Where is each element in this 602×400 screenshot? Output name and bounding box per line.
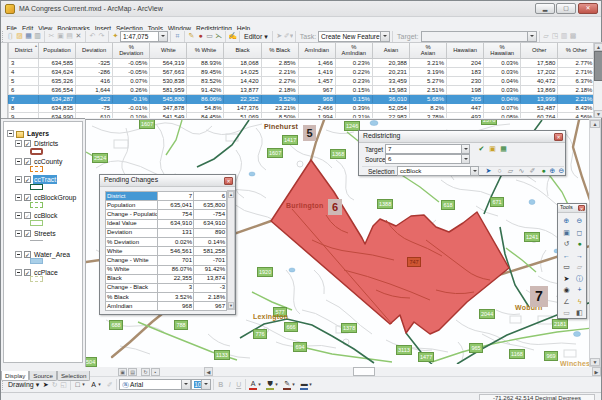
edit-tool-icon[interactable]: ➤ (275, 30, 284, 42)
toc-layer-cccounty[interactable]: ccCounty (12, 157, 82, 165)
table-row-district-8[interactable]: 8634,835-75-0.01%347,87854.8%147,37623.2… (9, 103, 595, 112)
layer-checkbox[interactable] (24, 230, 31, 237)
column-header-black[interactable]: Black (224, 43, 261, 58)
toc-tab-source[interactable]: Source (29, 371, 57, 381)
measure-icon[interactable]: ∠ (560, 296, 573, 308)
new-document-icon[interactable]: ▮ (6, 30, 15, 42)
line-color-icon[interactable]: ✎ (282, 379, 292, 391)
expand-icon[interactable] (15, 158, 22, 165)
column-header-amindian[interactable]: AmIndian (298, 43, 335, 58)
redistricting-titlebar[interactable]: Redistricting ✕ (359, 131, 565, 143)
column-header-other[interactable]: Other (521, 43, 558, 58)
layer-swatch-cctract[interactable] (30, 184, 43, 190)
assign-selection-icon[interactable]: ✔ (477, 144, 486, 153)
redistricting-close-icon[interactable]: ✕ (554, 133, 563, 141)
select-circle-icon[interactable]: ○ (495, 166, 504, 175)
snapping-icon[interactable]: ✎ (187, 30, 196, 42)
save-icon[interactable]: ▦ (24, 30, 33, 42)
underline-icon[interactable]: U (234, 378, 243, 391)
rectangle-tool-icon[interactable]: ▭ (205, 30, 214, 42)
clear-selection-icon[interactable]: ▱ (573, 261, 586, 273)
delete-icon[interactable]: ✕ (74, 30, 83, 42)
layer-checkbox[interactable] (24, 176, 31, 183)
column-header-asian[interactable]: Asian (372, 43, 409, 58)
column-header-amindian[interactable]: %AmIndian (335, 43, 372, 58)
sketch-tool-icon[interactable]: ✐▾ (284, 30, 293, 42)
validate-icon[interactable]: ▩ (569, 30, 578, 42)
identify-icon[interactable]: ⓘ (573, 273, 586, 285)
tools-palette-titlebar[interactable]: Tools ✕ (558, 204, 586, 213)
topology-icon[interactable]: ● (196, 30, 205, 42)
data-view-button[interactable]: ▣ (118, 368, 127, 376)
fill-color-icon[interactable]: ⛊ (265, 379, 275, 391)
column-header-white[interactable]: White (150, 43, 187, 58)
toc-layer-ccblock[interactable]: ccBlock (12, 211, 82, 219)
expand-icon[interactable] (15, 212, 22, 219)
bold-icon[interactable]: B (216, 378, 225, 391)
map-scroll-up[interactable]: ▲ (590, 120, 600, 128)
map-scroll-right[interactable]: ▶ (592, 367, 601, 376)
fixed-zoom-out-icon[interactable]: ◻ (573, 227, 586, 239)
pending-scroll-up[interactable]: ▲ (228, 191, 234, 198)
layer-checkbox[interactable] (24, 269, 31, 276)
minimize-button[interactable]: ▂ (535, 3, 555, 14)
select-elements-icon[interactable]: ➤ (560, 273, 573, 285)
redistricting-selection-combo[interactable]: ccBlock (397, 166, 479, 176)
pending-changes-close-icon[interactable]: ✕ (224, 177, 233, 185)
map-scroll-down[interactable]: ▼ (590, 358, 600, 366)
html-popup-icon[interactable]: ▭ (560, 307, 573, 319)
redistricting-target-combo[interactable]: 7 (385, 144, 470, 154)
paste-icon[interactable]: ▤ (65, 30, 74, 42)
expand-icon[interactable] (15, 269, 22, 276)
font-combo[interactable]: ⓐ Arial (119, 379, 191, 390)
select-tool-icon[interactable]: ➤ (484, 166, 493, 175)
update-table-icon[interactable]: ▦ (499, 144, 508, 153)
flash-district-icon[interactable]: ▣ (488, 144, 497, 153)
refresh-button[interactable]: ↻ (141, 368, 150, 376)
column-header-population[interactable]: Population (39, 43, 76, 58)
select-by-rectangle-icon[interactable]: ▭ (560, 261, 573, 273)
text-tool-icon[interactable]: A (89, 378, 98, 391)
layer-swatch-ccblockgroup[interactable] (30, 202, 43, 208)
apply-selection-icon[interactable]: ● (539, 166, 548, 175)
table-row-district-6[interactable]: 6636,5541,6440.26%581,95991.42%13,8772.1… (9, 85, 595, 94)
zoom-selection-icon[interactable]: ⊕ (548, 166, 557, 175)
table-row-district-5[interactable]: 5635,3264160.07%530,83883.52%14,4202.27%… (9, 76, 595, 85)
tools-palette-close-icon[interactable]: ✕ (578, 205, 585, 211)
table-row-district-3[interactable]: 3634,585-325-0.05%564,31988.93%18,0682.8… (9, 58, 595, 67)
layer-swatch-ccblock[interactable] (30, 220, 43, 226)
toc-layer-streets[interactable]: Streets (12, 229, 82, 237)
map-hscroll-thumb[interactable] (353, 367, 375, 376)
zoom-district-icon[interactable]: ⊖ (557, 166, 566, 175)
target-combo[interactable] (421, 31, 537, 42)
select-freehand-icon[interactable]: ✐ (528, 166, 537, 175)
split-tool-icon[interactable]: ⋋ (214, 30, 223, 42)
toc-tab-display[interactable]: Display (1, 371, 29, 381)
toc-layer-cctract[interactable]: ccTract (12, 175, 82, 183)
pending-scroll-down[interactable]: ▼ (228, 302, 234, 309)
expand-icon[interactable] (15, 140, 22, 147)
expand-icon[interactable] (7, 130, 14, 137)
layer-swatch-districts[interactable] (30, 148, 43, 155)
go-back-icon[interactable]: ← (560, 250, 573, 262)
pause-drawing-button[interactable]: ▪ (151, 368, 160, 376)
zoom-out-icon[interactable]: ⊖ (573, 215, 586, 227)
pan-icon[interactable]: ↺ (560, 238, 573, 250)
full-extent-icon[interactable]: ● (573, 238, 586, 250)
column-header-deviation[interactable]: Deviation (76, 43, 113, 58)
hyperlink-icon[interactable]: ϟ (573, 296, 586, 308)
column-header-other[interactable]: % Other (558, 43, 595, 58)
go-forward-icon[interactable]: → (573, 250, 586, 262)
pending-changes-scrollbar[interactable]: ▲ ▼ (227, 190, 235, 310)
editor-toolbar-icon[interactable]: ⌗ (173, 30, 182, 42)
scroll-up-arrow[interactable]: ▲ (594, 43, 602, 51)
layer-swatch-streets[interactable] (30, 240, 43, 241)
column-header-black[interactable]: % Black (261, 43, 298, 58)
column-header-deviation[interactable]: %Deviation (113, 43, 150, 58)
edit-vertices-icon[interactable]: ✐ (105, 378, 114, 391)
table-row-district-9[interactable]: 9634,9906100.10%541,54984.45%51,0698.50%… (9, 112, 595, 118)
expand-icon[interactable] (15, 251, 22, 258)
attribute-table-vscrollbar[interactable]: ▲ ▼ (593, 43, 602, 118)
layer-swatch-water_area[interactable] (30, 258, 43, 264)
column-header-white[interactable]: % White (187, 43, 224, 58)
